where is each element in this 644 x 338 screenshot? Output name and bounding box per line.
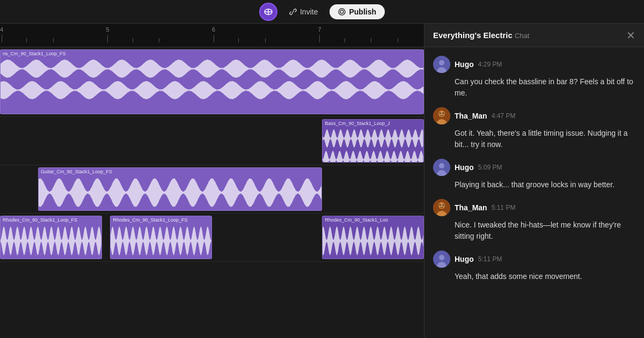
message-meta: Hugo5:11 PM (433, 251, 635, 268)
waveform (1, 58, 423, 79)
message-meta: Hugo5:09 PM (433, 159, 635, 176)
ruler-mark (238, 36, 239, 42)
clip-label: ns_Cm_90_Stack1_Loop_FS (1, 50, 423, 57)
audio-clip[interactable]: ns_Cm_90_Stack1_Loop_FS (0, 49, 424, 114)
ruler-mark: 6 (212, 26, 215, 42)
chat-message: Hugo5:09 PMPlaying it back... that groov… (433, 159, 635, 190)
message-timestamp: 5:11 PM (492, 204, 516, 211)
message-username: Tha_Man (455, 203, 487, 212)
svg-point-22 (439, 255, 444, 260)
message-avatar (433, 107, 450, 124)
topbar-center: Invite Publish (259, 3, 385, 21)
waveform (323, 150, 423, 163)
svg-point-20 (443, 204, 444, 206)
audio-clip[interactable]: Bass_Cm_90_Stack1_Loop_J (322, 119, 424, 163)
ruler-mark (371, 36, 371, 42)
svg-point-14 (439, 163, 444, 168)
track-row: ns_Cm_90_Stack1_Loop_FS (0, 47, 424, 117)
music-icon (338, 8, 346, 16)
ruler-mark (398, 36, 398, 42)
waveform (111, 225, 211, 257)
ruler-mark: 7 (318, 26, 321, 42)
message-text: Playing it back... that groove locks in … (433, 179, 635, 190)
audio-clip[interactable]: Rhodes_Cm_90_Stack1_Loo (322, 216, 424, 259)
close-chat-button[interactable]: ✕ (626, 30, 635, 41)
ruler-mark: 5 (106, 26, 109, 42)
ruler-mark (265, 36, 266, 42)
message-avatar (433, 199, 450, 216)
clip-label: Rhodes_Cm_90_Stack1_Loop_FS (1, 216, 101, 224)
message-meta: Tha_Man4:47 PM (433, 107, 635, 124)
waveform (1, 80, 423, 100)
message-timestamp: 4:47 PM (492, 112, 516, 120)
ruler-mark (345, 36, 345, 42)
topbar: Invite Publish (0, 0, 644, 24)
clip-label: Guitar_Cm_90_Stack1_Loop_FS (39, 168, 321, 175)
link-icon (289, 8, 297, 16)
svg-point-4 (340, 10, 343, 13)
chat-panel: Everything's Electric Chat ✕ Hugo4:29 PM… (424, 24, 644, 338)
message-meta: Hugo4:29 PM (433, 56, 635, 73)
audio-clip[interactable]: Guitar_Cm_90_Stack1_Loop_FS (38, 167, 322, 211)
message-avatar (433, 56, 450, 73)
waveform (39, 177, 321, 209)
audio-clip[interactable]: Rhodes_Cm_90_Stack1_Loop_FS (0, 216, 102, 259)
clip-label: Rhodes_Cm_90_Stack1_Loop_FS (111, 216, 211, 224)
message-username: Hugo (455, 163, 474, 172)
svg-point-6 (439, 60, 444, 65)
chat-message: Tha_Man5:11 PMNice. I tweaked the hi-hat… (433, 199, 635, 242)
ruler-mark (26, 36, 27, 42)
waveform (1, 225, 101, 257)
ruler-mark (53, 36, 54, 42)
ruler-mark: 4 (0, 26, 3, 42)
publish-button[interactable]: Publish (330, 4, 385, 19)
message-timestamp: 5:11 PM (478, 255, 502, 263)
chat-message: Tha_Man4:47 PMGot it. Yeah, there's a li… (433, 107, 635, 150)
invite-button[interactable]: Invite (282, 4, 325, 19)
chat-messages: Hugo4:29 PMCan you check the bassline in… (425, 47, 644, 338)
chat-header: Everything's Electric Chat ✕ (425, 24, 644, 47)
ruler-mark (133, 36, 133, 42)
message-meta: Tha_Man5:11 PM (433, 199, 635, 216)
chat-message: Hugo5:11 PMYeah, that adds some nice mov… (433, 251, 635, 282)
audio-clip[interactable]: Rhodes_Cm_90_Stack1_Loop_FS (110, 216, 212, 259)
clip-label: Rhodes_Cm_90_Stack1_Loo (323, 216, 423, 224)
message-text: Can you check the bassline in bar 8? Fee… (433, 76, 635, 99)
timeline-ruler: 4567 (0, 24, 424, 47)
ruler-inner: 4567 (0, 24, 424, 45)
waveform (323, 128, 423, 149)
message-timestamp: 4:29 PM (478, 61, 502, 68)
ruler-mark (159, 36, 159, 42)
main-content: 4567 ns_Cm_90_Stack1_Loop_FSBass_Cm_90_S… (0, 24, 644, 338)
message-text: Got it. Yeah, there's a little timing is… (433, 128, 635, 150)
track-row: Rhodes_Cm_90_Stack1_Loop_FSRhodes_Cm_90_… (0, 214, 424, 262)
user-avatar[interactable] (259, 3, 277, 21)
track-row: Guitar_Cm_90_Stack1_Loop_FS (0, 165, 424, 214)
svg-point-12 (443, 113, 444, 114)
svg-point-19 (440, 204, 441, 206)
message-text: Nice. I tweaked the hi-hats—let me know … (433, 219, 635, 242)
tracks-area: ns_Cm_90_Stack1_Loop_FSBass_Cm_90_Stack1… (0, 47, 424, 338)
svg-point-3 (339, 9, 345, 15)
daw-area: 4567 ns_Cm_90_Stack1_Loop_FSBass_Cm_90_S… (0, 24, 424, 338)
chat-title: Everything's Electric Chat (433, 31, 622, 40)
waveform (323, 225, 423, 257)
message-username: Hugo (455, 255, 474, 263)
message-timestamp: 5:09 PM (478, 164, 502, 171)
message-username: Tha_Man (455, 112, 487, 120)
track-row: Bass_Cm_90_Stack1_Loop_J (0, 117, 424, 165)
message-text: Yeah, that adds some nice movement. (433, 271, 635, 282)
chat-message: Hugo4:29 PMCan you check the bassline in… (433, 56, 635, 99)
svg-point-11 (440, 113, 441, 114)
message-avatar (433, 159, 450, 176)
clip-label: Bass_Cm_90_Stack1_Loop_J (323, 120, 423, 127)
message-avatar (433, 251, 450, 268)
message-username: Hugo (455, 60, 474, 69)
